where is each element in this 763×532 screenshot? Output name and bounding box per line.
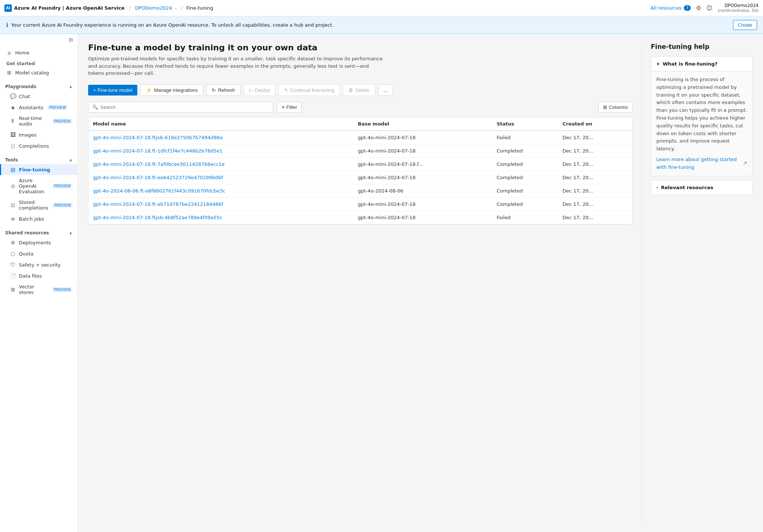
sidebar-item-stored-completions[interactable]: ⊡ Stored completions PREVIEW bbox=[0, 197, 77, 213]
completions-icon: ◻ bbox=[10, 143, 16, 149]
sidebar-section-playgrounds: Playgrounds ∧ 💬 Chat ◈ Assistants PREVIE… bbox=[0, 80, 77, 153]
sidebar-section-tools: Tools ∧ ▤ Fine-tuning ⊙ Azure OpenAI Eva… bbox=[0, 153, 77, 226]
model-catalog-icon: ⊞ bbox=[6, 70, 12, 76]
info-banner-message: Your current Azure AI Foundry experience… bbox=[11, 22, 334, 28]
sidebar-toggle[interactable]: ⊟ bbox=[0, 34, 77, 46]
help-icon[interactable]: 😊 bbox=[706, 4, 713, 11]
help-section-what-is-label: What is fine-tuning? bbox=[663, 61, 717, 67]
fine-tuning-icon: ▤ bbox=[10, 167, 16, 173]
home-icon: ⌂ bbox=[6, 50, 12, 56]
tools-header[interactable]: Tools ∧ bbox=[0, 154, 77, 164]
user-info[interactable]: DPODemo2024 (northcentralus, 50) bbox=[718, 3, 759, 13]
model-name-link[interactable]: gpt-4o-mini-2024-07-18.ft-ab71d787be2241… bbox=[93, 201, 223, 207]
table-row: gpt-4o-mini-2024-07-18.ftjob-4b8f52ae789… bbox=[88, 211, 632, 224]
help-relevant-chevron: › bbox=[656, 185, 658, 190]
shared-resources-header[interactable]: Shared resources ∧ bbox=[0, 227, 77, 237]
breadcrumb-sep1: / bbox=[129, 5, 130, 11]
sidebar-item-assistants[interactable]: ◈ Assistants PREVIEW bbox=[0, 102, 77, 113]
search-box[interactable]: 🔍 bbox=[88, 102, 273, 113]
manage-integrations-button[interactable]: ⚡ Manage integrations bbox=[140, 84, 203, 96]
model-name-link[interactable]: gpt-4o-mini-2024-07-18.ft-1dfcf1f4e7c448… bbox=[93, 148, 222, 154]
cell-model-name: gpt-4o-mini-2024-07-18.ft-ee642523729e47… bbox=[88, 171, 354, 184]
settings-icon[interactable]: ⚙ bbox=[696, 4, 701, 11]
table-row: gpt-4o-mini-2024-07-18.ft-ee642523729e47… bbox=[88, 171, 632, 184]
continual-fine-tuning-button[interactable]: ✎ Continual fine-tuning bbox=[278, 84, 340, 96]
sidebar-item-home[interactable]: ⌂ Home bbox=[0, 47, 77, 58]
sidebar-fine-tuning-label: Fine-tuning bbox=[19, 167, 50, 173]
sidebar-item-data-files[interactable]: 📄 Data files bbox=[0, 270, 77, 281]
filter-button[interactable]: ≡ Filter bbox=[277, 102, 302, 113]
refresh-button[interactable]: ↻ Refresh bbox=[206, 84, 241, 96]
cell-status: Completed bbox=[492, 184, 558, 197]
create-button[interactable]: Create bbox=[733, 20, 757, 30]
sidebar-chat-label: Chat bbox=[19, 94, 30, 99]
sidebar-assistants-label: Assistants bbox=[19, 105, 43, 110]
fine-tune-model-button[interactable]: + Fine-tune model bbox=[88, 85, 137, 96]
deployments-icon: ⊛ bbox=[10, 240, 16, 245]
cell-base-model: gpt-4o-2024-08-06 bbox=[354, 184, 492, 197]
model-name-link[interactable]: gpt-4o-mini-2024-07-18.ft-7af0bcee301142… bbox=[93, 161, 225, 167]
search-input[interactable] bbox=[100, 104, 269, 110]
more-button[interactable]: ... bbox=[378, 84, 393, 96]
columns-button[interactable]: ⊞ Columns bbox=[598, 102, 633, 113]
cell-created-on: Dec 17, 20... bbox=[558, 144, 632, 157]
col-status: Status bbox=[492, 117, 558, 131]
help-section-relevant-header[interactable]: › Relevant resources bbox=[651, 180, 752, 195]
help-section-what-is-text: Fine-tuning is the process of optimizing… bbox=[656, 77, 747, 151]
cell-base-model: gpt-4o-mini-2024-07-18 bbox=[354, 171, 492, 184]
deploy-button[interactable]: ▷ Deploy bbox=[244, 84, 275, 96]
sidebar-item-safety-security[interactable]: 🛡 Safety + security bbox=[0, 259, 77, 270]
model-name-link[interactable]: gpt-4o-mini-2024-07-18.ftjob-618e2750b7b… bbox=[93, 135, 222, 140]
safety-icon: 🛡 bbox=[10, 262, 16, 268]
sidebar-item-deployments[interactable]: ⊛ Deployments bbox=[0, 237, 77, 248]
cell-base-model: gpt-4o-mini-2024-07-18 bbox=[354, 211, 492, 224]
columns-icon: ⊞ bbox=[603, 104, 607, 110]
fine-tuning-table: Model name Base model Status Created on … bbox=[88, 117, 632, 224]
data-files-icon: 📄 bbox=[10, 273, 16, 279]
sidebar-item-completions[interactable]: ◻ Completions bbox=[0, 140, 77, 151]
sidebar-item-fine-tuning[interactable]: ▤ Fine-tuning bbox=[0, 164, 77, 175]
search-icon: 🔍 bbox=[92, 104, 98, 110]
table-row: gpt-4o-2024-08-06.ft-a8f8802761f443c0916… bbox=[88, 184, 632, 197]
model-name-link[interactable]: gpt-4o-mini-2024-07-18.ft-ee642523729e47… bbox=[93, 175, 223, 180]
resource-badge: 7 bbox=[684, 5, 691, 11]
cell-created-on: Dec 17, 20... bbox=[558, 184, 632, 197]
help-section-what-is-header[interactable]: ∨ What is fine-tuning? bbox=[651, 57, 752, 71]
content-main: Fine-tune a model by training it on your… bbox=[78, 34, 763, 532]
model-name-link[interactable]: gpt-4o-2024-08-06.ft-a8f8802761f443c0916… bbox=[93, 188, 225, 194]
delete-button[interactable]: 🗑 Delete bbox=[343, 84, 375, 96]
model-name-link[interactable]: gpt-4o-mini-2024-07-18.ftjob-4b8f52ae789… bbox=[93, 215, 222, 220]
sidebar-model-catalog-label: Model catalog bbox=[15, 70, 49, 76]
sidebar-item-batch-jobs[interactable]: ≡ Batch jobs bbox=[0, 213, 77, 224]
quota-icon: ○ bbox=[10, 251, 16, 257]
sidebar-item-realtime-audio[interactable]: 🎙 Real-time audio PREVIEW bbox=[0, 113, 77, 129]
workspace-chevron: ⌄ bbox=[174, 6, 177, 10]
cell-base-model: gpt-4o-mini-2024-07-18.f... bbox=[354, 157, 492, 171]
sidebar-section-home: ⌂ Home Get started ⊞ Model catalog bbox=[0, 46, 77, 80]
col-base-model: Base model bbox=[354, 117, 492, 131]
help-section-what-is-body: Fine-tuning is the process of optimizing… bbox=[651, 71, 752, 176]
help-learn-more-link[interactable]: Learn more about getting started with fi… bbox=[656, 156, 747, 171]
sidebar-item-azure-openai-eval[interactable]: ⊙ Azure OpenAI Evaluation PREVIEW bbox=[0, 175, 77, 197]
sidebar-item-get-started: Get started bbox=[0, 58, 77, 67]
table-row: gpt-4o-mini-2024-07-18.ft-1dfcf1f4e7c448… bbox=[88, 144, 632, 157]
assistants-preview: PREVIEW bbox=[48, 105, 67, 110]
help-section-relevant: › Relevant resources bbox=[651, 180, 753, 195]
sidebar-item-vector-stores[interactable]: ⊞ Vector stores PREVIEW bbox=[0, 281, 77, 298]
search-filter-row: 🔍 ≡ Filter ⊞ Columns bbox=[88, 102, 633, 113]
cell-base-model: gpt-4o-mini-2024-07-18 bbox=[354, 197, 492, 211]
external-link-icon: ↗ bbox=[743, 160, 747, 167]
sidebar-item-quota[interactable]: ○ Quota bbox=[0, 248, 77, 259]
shared-resources-chevron: ∧ bbox=[69, 231, 72, 235]
sidebar-quota-label: Quota bbox=[19, 251, 34, 257]
sidebar-item-model-catalog[interactable]: ⊞ Model catalog bbox=[0, 67, 77, 78]
cell-base-model: gpt-4o-mini-2024-07-18 bbox=[354, 131, 492, 144]
continual-fine-tuning-icon: ✎ bbox=[284, 87, 288, 93]
breadcrumb: DPODemo2024 ⌄ / Fine-tuning bbox=[135, 5, 213, 11]
breadcrumb-workspace[interactable]: DPODemo2024 bbox=[135, 5, 172, 11]
playgrounds-header[interactable]: Playgrounds ∧ bbox=[0, 81, 77, 91]
sidebar-item-images[interactable]: 🖼 Images bbox=[0, 129, 77, 140]
sidebar-item-chat[interactable]: 💬 Chat bbox=[0, 91, 77, 102]
all-resources-button[interactable]: All resources 7 bbox=[651, 5, 691, 11]
sidebar-azure-openai-eval-label: Azure OpenAI Evaluation bbox=[19, 178, 48, 194]
